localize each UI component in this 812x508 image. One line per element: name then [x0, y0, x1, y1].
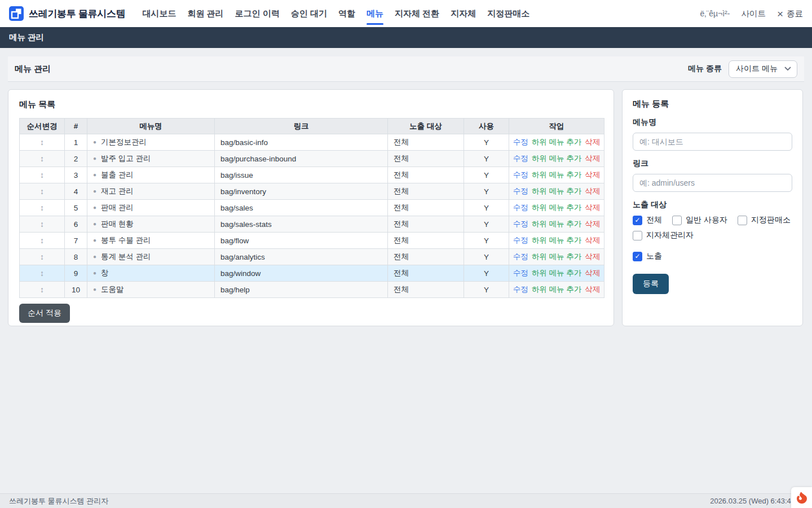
- row-number: 7: [65, 233, 87, 249]
- table-row: ↕5●판매 관리bag/sales전체Y수정하위 메뉴 추가삭제: [20, 200, 604, 216]
- add-child-menu-link[interactable]: 하위 메뉴 추가: [532, 285, 582, 294]
- target-checkbox-0[interactable]: ✓전체: [633, 215, 662, 225]
- menu-type-select[interactable]: 사이트 메뉴: [729, 60, 797, 78]
- checkbox-unchecked-icon[interactable]: [672, 216, 682, 225]
- menu-name-input[interactable]: [633, 133, 792, 151]
- add-child-menu-link[interactable]: 하위 메뉴 추가: [532, 220, 582, 228]
- delete-link[interactable]: 삭제: [585, 203, 600, 212]
- menu-link-input[interactable]: [633, 174, 792, 192]
- table-row: ↕6●판매 현황bag/sales-stats전체Y수정하위 메뉴 추가삭제: [20, 216, 604, 233]
- add-child-menu-link[interactable]: 하위 메뉴 추가: [532, 269, 582, 277]
- bullet-icon: ●: [93, 139, 96, 145]
- site-link[interactable]: 사이트: [741, 8, 766, 19]
- delete-link[interactable]: 삭제: [585, 170, 600, 179]
- drag-handle-icon[interactable]: ↕: [40, 170, 44, 179]
- add-child-menu-link[interactable]: 하위 메뉴 추가: [532, 154, 582, 163]
- checkbox-unchecked-icon[interactable]: [633, 231, 642, 240]
- drag-handle-icon[interactable]: ↕: [40, 220, 44, 229]
- menu-type-value: 사이트 메뉴: [736, 64, 778, 74]
- drag-cell: ↕: [20, 183, 65, 200]
- edit-link[interactable]: 수정: [513, 220, 528, 228]
- nav-item-2[interactable]: 로그인 이력: [230, 0, 285, 27]
- edit-link[interactable]: 수정: [513, 236, 528, 244]
- menu-target: 전체: [388, 216, 464, 233]
- edit-link[interactable]: 수정: [513, 154, 528, 163]
- checkbox-checked-icon[interactable]: ✓: [633, 216, 642, 225]
- target-checkbox-1[interactable]: 일반 사용자: [672, 215, 727, 225]
- edit-link[interactable]: 수정: [513, 170, 528, 179]
- bullet-icon: ●: [93, 155, 96, 161]
- menu-use: Y: [464, 282, 509, 298]
- edit-link[interactable]: 수정: [513, 285, 528, 294]
- drag-handle-icon[interactable]: ↕: [40, 154, 44, 163]
- delete-link[interactable]: 삭제: [585, 220, 600, 228]
- submit-button[interactable]: 등록: [633, 274, 669, 294]
- edit-link[interactable]: 수정: [513, 203, 528, 212]
- add-child-menu-link[interactable]: 하위 메뉴 추가: [532, 252, 582, 261]
- menu-link: bag/purchase-inbound: [215, 151, 388, 167]
- drag-handle-icon[interactable]: ↕: [40, 203, 44, 212]
- column-header-3: 링크: [215, 119, 388, 134]
- drag-cell: ↕: [20, 167, 65, 183]
- drag-handle-icon[interactable]: ↕: [40, 285, 44, 294]
- drag-handle-icon[interactable]: ↕: [40, 236, 44, 245]
- actions-cell: 수정하위 메뉴 추가삭제: [509, 249, 604, 265]
- brand[interactable]: 쓰레기봉투 물류시스템: [9, 6, 125, 21]
- visible-checkbox[interactable]: ✓ 노출: [633, 251, 792, 261]
- menu-link: bag/issue: [215, 167, 388, 183]
- nav-item-3[interactable]: 승인 대기: [285, 0, 333, 27]
- menu-link: bag/flow: [215, 233, 388, 249]
- menu-name-cell: ●기본정보관리: [87, 134, 215, 151]
- add-child-menu-link[interactable]: 하위 메뉴 추가: [532, 203, 582, 212]
- quit-button[interactable]: × 종료: [777, 8, 803, 19]
- drag-handle-icon[interactable]: ↕: [40, 187, 44, 196]
- drag-cell: ↕: [20, 134, 65, 151]
- target-checkbox-2[interactable]: 지정판매소: [738, 215, 791, 225]
- target-label: 노출 대상: [633, 200, 792, 210]
- drag-handle-icon[interactable]: ↕: [40, 138, 44, 147]
- menu-target: 전체: [388, 167, 464, 183]
- edit-link[interactable]: 수정: [513, 269, 528, 277]
- menu-target: 전체: [388, 233, 464, 249]
- delete-link[interactable]: 삭제: [585, 236, 600, 244]
- nav-item-4[interactable]: 역할: [333, 0, 361, 27]
- add-child-menu-link[interactable]: 하위 메뉴 추가: [532, 170, 582, 179]
- debug-toolbar-toggle[interactable]: [791, 487, 812, 508]
- drag-cell: ↕: [20, 200, 65, 216]
- menu-link: bag/help: [215, 282, 388, 298]
- checkbox-checked-icon[interactable]: ✓: [633, 252, 642, 261]
- delete-link[interactable]: 삭제: [585, 269, 600, 277]
- actions-cell: 수정하위 메뉴 추가삭제: [509, 151, 604, 167]
- chevron-down-icon: [784, 67, 791, 71]
- delete-link[interactable]: 삭제: [585, 187, 600, 195]
- delete-link[interactable]: 삭제: [585, 252, 600, 261]
- nav-item-1[interactable]: 회원 관리: [182, 0, 229, 27]
- add-child-menu-link[interactable]: 하위 메뉴 추가: [532, 138, 582, 146]
- edit-link[interactable]: 수정: [513, 138, 528, 146]
- bullet-icon: ●: [93, 172, 96, 178]
- nav-item-6[interactable]: 지자체 전환: [389, 0, 445, 27]
- target-checkboxes: ✓전체일반 사용자지정판매소지자체관리자: [633, 215, 792, 240]
- add-child-menu-link[interactable]: 하위 메뉴 추가: [532, 236, 582, 244]
- nav-item-5[interactable]: 메뉴: [361, 0, 389, 27]
- table-row: ↕10●도움말bag/help전체Y수정하위 메뉴 추가삭제: [20, 282, 604, 298]
- menu-name: 통계 분석 관리: [101, 252, 151, 261]
- actions-cell: 수정하위 메뉴 추가삭제: [509, 167, 604, 183]
- menu-name: 발주 입고 관리: [101, 154, 151, 163]
- edit-link[interactable]: 수정: [513, 252, 528, 261]
- drag-handle-icon[interactable]: ↕: [40, 252, 44, 261]
- nav-item-8[interactable]: 지정판매소: [482, 0, 535, 27]
- delete-link[interactable]: 삭제: [585, 138, 600, 146]
- checkbox-unchecked-icon[interactable]: [738, 216, 747, 225]
- delete-link[interactable]: 삭제: [585, 285, 600, 294]
- menu-use: Y: [464, 265, 509, 282]
- nav-item-7[interactable]: 지자체: [445, 0, 482, 27]
- target-checkbox-3[interactable]: 지자체관리자: [633, 230, 694, 240]
- column-header-6: 작업: [509, 119, 604, 134]
- edit-link[interactable]: 수정: [513, 187, 528, 195]
- drag-handle-icon[interactable]: ↕: [40, 269, 44, 278]
- apply-order-button[interactable]: 순서 적용: [19, 304, 70, 323]
- delete-link[interactable]: 삭제: [585, 154, 600, 163]
- nav-item-0[interactable]: 대시보드: [136, 0, 182, 27]
- add-child-menu-link[interactable]: 하위 메뉴 추가: [532, 187, 582, 195]
